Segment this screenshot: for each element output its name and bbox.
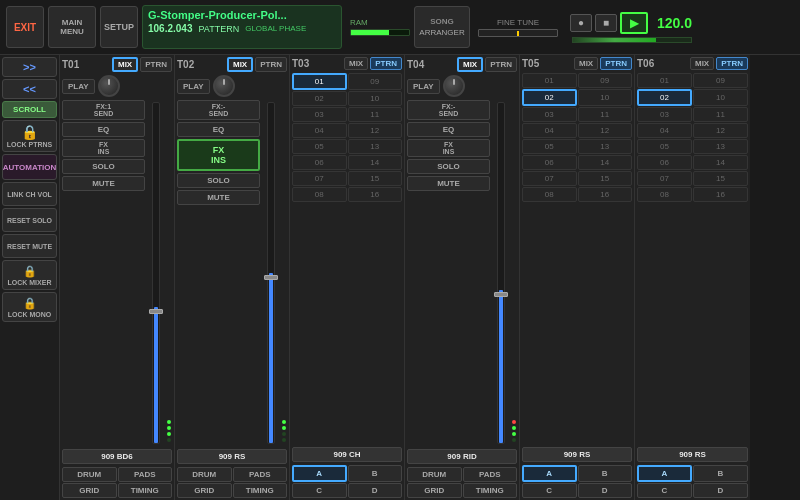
ch-t03-num-07[interactable]: 07 (292, 171, 347, 186)
ch-t06-num-15[interactable]: 15 (693, 171, 748, 186)
ch-t06-c-btn[interactable]: C (637, 483, 692, 498)
ch-t05-num-01[interactable]: 01 (522, 73, 577, 88)
ch-t01-grid-btn[interactable]: GRID (62, 483, 117, 498)
ch-t03-num-09[interactable]: 09 (348, 73, 403, 90)
ch-t06-a-btn[interactable]: A (637, 465, 692, 482)
ch-t04-pads-btn[interactable]: PADS (463, 467, 518, 482)
ch-t05-num-10[interactable]: 10 (578, 89, 633, 106)
main-menu-button[interactable]: MAIN MENU (48, 6, 96, 48)
ch-t03-num-08[interactable]: 08 (292, 187, 347, 202)
ch-t05-num-16[interactable]: 16 (578, 187, 633, 202)
ch-t06-mix-btn[interactable]: MIX (690, 57, 714, 70)
ch-t01-mix-btn[interactable]: MIX (112, 57, 138, 72)
ch-t01-fx-send-btn[interactable]: FX:1SEND (62, 100, 145, 120)
ch-t03-c-btn[interactable]: C (292, 483, 347, 498)
ch-t01-ptrn-btn[interactable]: PTRN (140, 57, 172, 72)
ch-t05-num-05[interactable]: 05 (522, 139, 577, 154)
link-ch-vol-button[interactable]: LINK CH VOL (2, 182, 57, 206)
scroll-button[interactable]: SCROLL (2, 101, 57, 118)
ch-t01-fader[interactable] (147, 100, 165, 446)
ch-t06-num-06[interactable]: 06 (637, 155, 692, 170)
ch-t03-num-13[interactable]: 13 (348, 139, 403, 154)
ch-t05-num-11[interactable]: 11 (578, 107, 633, 122)
ch-t05-num-13[interactable]: 13 (578, 139, 633, 154)
ch-t03-num-12[interactable]: 12 (348, 123, 403, 138)
ch-t01-play-btn[interactable]: PLAY (62, 79, 95, 94)
ch-t04-mix-btn[interactable]: MIX (457, 57, 483, 72)
record-button[interactable]: ● (570, 14, 592, 32)
ch-t06-num-05[interactable]: 05 (637, 139, 692, 154)
ch-t02-mute-btn[interactable]: MUTE (177, 190, 260, 205)
ch-t01-timing-btn[interactable]: TIMING (118, 483, 173, 498)
setup-button[interactable]: SETUP (100, 6, 138, 48)
lock-mono-button[interactable]: 🔒 LOCK MONO (2, 292, 57, 322)
ch-t03-num-01[interactable]: 01 (292, 73, 347, 90)
scroll-down-button[interactable]: << (2, 79, 57, 99)
ch-t02-play-btn[interactable]: PLAY (177, 79, 210, 94)
ch-t04-fader[interactable] (492, 100, 510, 446)
ch-t03-mix-btn[interactable]: MIX (344, 57, 368, 70)
ch-t04-eq-btn[interactable]: EQ (407, 122, 490, 137)
ch-t02-timing-btn[interactable]: TIMING (233, 483, 288, 498)
ch-t03-num-14[interactable]: 14 (348, 155, 403, 170)
ch-t02-mix-btn[interactable]: MIX (227, 57, 253, 72)
ch-t04-drum-btn[interactable]: DRUM (407, 467, 462, 482)
ch-t02-grid-btn[interactable]: GRID (177, 483, 232, 498)
ch-t06-num-10[interactable]: 10 (693, 89, 748, 106)
ch-t02-ptrn-btn[interactable]: PTRN (255, 57, 287, 72)
ch-t06-num-07[interactable]: 07 (637, 171, 692, 186)
ch-t04-fx-ins-btn[interactable]: FXINS (407, 139, 490, 157)
ch-t06-num-03[interactable]: 03 (637, 107, 692, 122)
ch-t04-mute-btn[interactable]: MUTE (407, 176, 490, 191)
ch-t03-num-03[interactable]: 03 (292, 107, 347, 122)
ch-t03-ptrn-btn[interactable]: PTRN (370, 57, 402, 70)
ch-t03-d-btn[interactable]: D (348, 483, 403, 498)
exit-button[interactable]: EXIT (6, 6, 44, 48)
ch-t06-num-12[interactable]: 12 (693, 123, 748, 138)
ch-t01-eq-btn[interactable]: EQ (62, 122, 145, 137)
ch-t06-num-04[interactable]: 04 (637, 123, 692, 138)
scroll-up-button[interactable]: >> (2, 57, 57, 77)
ch-t01-knob[interactable] (98, 75, 120, 97)
ch-t01-mute-btn[interactable]: MUTE (62, 176, 145, 191)
ch-t02-knob[interactable] (213, 75, 235, 97)
ch-t05-b-btn[interactable]: B (578, 465, 633, 482)
play-button[interactable]: ▶ (620, 12, 648, 34)
ch-t04-fader-handle[interactable] (494, 292, 508, 297)
ch-t02-solo-btn[interactable]: SOLO (177, 173, 260, 188)
ch-t03-num-05[interactable]: 05 (292, 139, 347, 154)
ch-t03-b-btn[interactable]: B (348, 465, 403, 482)
ch-t06-b-btn[interactable]: B (693, 465, 748, 482)
reset-mute-button[interactable]: RESET MUTE (2, 234, 57, 258)
ch-t05-num-08[interactable]: 08 (522, 187, 577, 202)
stop-button[interactable]: ■ (595, 14, 617, 32)
reset-solo-button[interactable]: RESET SOLO (2, 208, 57, 232)
ch-t04-fx-send-btn[interactable]: FX:-SEND (407, 100, 490, 120)
ch-t04-solo-btn[interactable]: SOLO (407, 159, 490, 174)
ch-t06-num-09[interactable]: 09 (693, 73, 748, 88)
ch-t02-fx-send-btn[interactable]: FX:-SEND (177, 100, 260, 120)
ch-t03-num-06[interactable]: 06 (292, 155, 347, 170)
ch-t05-num-15[interactable]: 15 (578, 171, 633, 186)
automation-button[interactable]: AUTOMATION (2, 154, 57, 180)
ch-t03-num-10[interactable]: 10 (348, 91, 403, 106)
ch-t04-knob[interactable] (443, 75, 465, 97)
song-arranger-button[interactable]: SONG ARRANGER (414, 6, 470, 48)
ch-t06-num-01[interactable]: 01 (637, 73, 692, 88)
ch-t05-num-02[interactable]: 02 (522, 89, 577, 106)
ch-t02-fader[interactable] (262, 100, 280, 446)
ch-t04-play-btn[interactable]: PLAY (407, 79, 440, 94)
ch-t05-num-04[interactable]: 04 (522, 123, 577, 138)
ch-t01-fader-handle[interactable] (149, 309, 163, 314)
ch-t05-num-07[interactable]: 07 (522, 171, 577, 186)
lock-ptrns-button[interactable]: 🔒 LOCK PTRNS (2, 120, 57, 152)
ch-t06-ptrn-btn[interactable]: PTRN (716, 57, 748, 70)
ch-t05-c-btn[interactable]: C (522, 483, 577, 498)
ch-t05-num-03[interactable]: 03 (522, 107, 577, 122)
ch-t03-num-11[interactable]: 11 (348, 107, 403, 122)
ch-t04-timing-btn[interactable]: TIMING (463, 483, 518, 498)
ch-t01-drum-btn[interactable]: DRUM (62, 467, 117, 482)
ch-t05-num-09[interactable]: 09 (578, 73, 633, 88)
ch-t05-d-btn[interactable]: D (578, 483, 633, 498)
ch-t06-num-02[interactable]: 02 (637, 89, 692, 106)
